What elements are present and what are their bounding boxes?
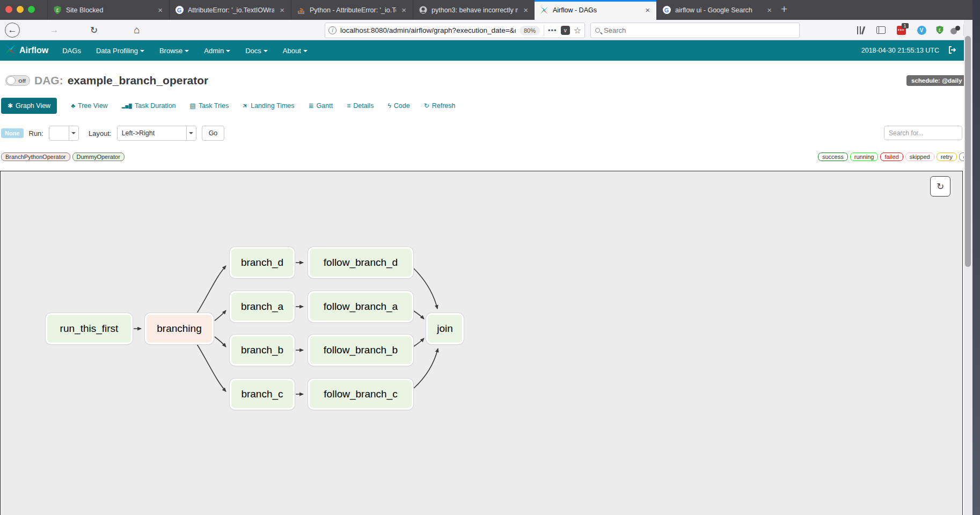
task-node-run_this_first[interactable]: run_this_first: [46, 313, 133, 344]
lastpass-extension-icon[interactable]: •••1: [895, 25, 907, 35]
home-button[interactable]: ⌂: [129, 22, 145, 38]
layout-label: Layout:: [89, 129, 112, 137]
nav-item-docs[interactable]: Docs: [238, 40, 275, 61]
graph-refresh-button[interactable]: ↻: [930, 176, 950, 197]
task-node-branch_d[interactable]: branch_d: [230, 247, 295, 278]
nav-item-browse[interactable]: Browse: [152, 40, 196, 61]
tab-site-blocked[interactable]: £ Site Blocked ×: [47, 0, 169, 20]
search-icon: [595, 28, 600, 33]
run-select[interactable]: [49, 126, 79, 141]
task-node-follow_branch_a[interactable]: follow_branch_a: [308, 291, 413, 322]
back-button[interactable]: ←: [4, 22, 20, 38]
legend-running: running: [850, 153, 879, 161]
edge-branching-branch_a: [215, 310, 226, 321]
tab-title: Site Blocked: [66, 6, 152, 14]
dag-name: example_branch_operator: [68, 74, 209, 87]
extension-badge: 1: [902, 23, 908, 28]
page-actions-icon[interactable]: •••: [548, 26, 557, 34]
brand-label: Airflow: [19, 46, 48, 55]
desktop-edge: [972, 0, 980, 515]
pocket-icon[interactable]: v: [561, 26, 570, 35]
zoom-level-badge[interactable]: 80%: [520, 26, 540, 35]
chevron-down-icon: [69, 126, 78, 140]
go-button[interactable]: Go: [202, 126, 225, 141]
stackoverflow-icon: [297, 6, 305, 14]
view-switcher: ✱ Graph View ♣ Tree View ▂▅█ Task Durati…: [1, 98, 456, 114]
logout-icon[interactable]: [948, 46, 956, 56]
browser-search-input[interactable]: [604, 26, 795, 34]
airflow-icon: [540, 6, 548, 14]
close-tab-icon[interactable]: ×: [279, 5, 286, 14]
code-button[interactable]: ϟ Code: [387, 102, 409, 110]
task-search-input[interactable]: [884, 126, 962, 140]
zoom-window-button[interactable]: [28, 6, 35, 13]
task-node-branching[interactable]: branching: [145, 313, 214, 344]
dag-edges: [1, 171, 963, 515]
url-bar[interactable]: i localhost:8080/admin/airflow/graph?exe…: [325, 23, 585, 38]
page-scrollbar[interactable]: [964, 20, 972, 515]
landing-times-button[interactable]: ✈ Landing Times: [243, 102, 294, 110]
operator-legend: BranchPythonOperator DummyOperator: [1, 153, 125, 161]
new-tab-button[interactable]: +: [781, 3, 787, 16]
bar-chart-icon: ▂▅█: [122, 104, 132, 108]
nav-item-dags[interactable]: DAGs: [55, 40, 89, 61]
ghostery-extension-icon[interactable]: [949, 25, 961, 35]
close-tab-icon[interactable]: ×: [766, 5, 773, 14]
task-tries-button[interactable]: ▤ Task Tries: [190, 102, 229, 110]
tab-google-search[interactable]: G airflow ui - Google Search ×: [656, 0, 778, 20]
site-info-icon[interactable]: i: [328, 26, 337, 34]
forward-button[interactable]: →: [46, 22, 62, 38]
nav-item-admin[interactable]: Admin: [196, 40, 238, 61]
edge-follow_branch_d-join: [414, 269, 437, 309]
details-button[interactable]: ≡ Details: [347, 102, 374, 110]
airflow-brand[interactable]: Airflow: [0, 43, 55, 57]
close-tab-icon[interactable]: ×: [157, 5, 164, 14]
shield-extension-icon[interactable]: £: [934, 25, 946, 35]
nav-item-about[interactable]: About: [275, 40, 315, 61]
status-legend: success running failed skipped retry que…: [818, 153, 980, 161]
legend-failed: failed: [880, 153, 903, 161]
minimize-window-button[interactable]: [17, 6, 24, 13]
task-node-follow_branch_c[interactable]: follow_branch_c: [308, 379, 413, 410]
bookmark-star-icon[interactable]: ☆: [574, 25, 581, 35]
dag-graph-canvas[interactable]: run_this_first branching branch_d follow…: [0, 171, 963, 515]
tab-attributeerror[interactable]: G AttributeError: '_io.TextIOWrapp ×: [169, 0, 291, 20]
gantt-button[interactable]: ≣ Gantt: [309, 102, 333, 110]
task-node-branch_c[interactable]: branch_c: [230, 379, 295, 410]
task-node-follow_branch_d[interactable]: follow_branch_d: [308, 247, 413, 278]
layout-select[interactable]: Left->Right: [117, 126, 196, 141]
schedule-badge: schedule: @daily: [906, 75, 967, 86]
task-node-join[interactable]: join: [426, 313, 464, 344]
scrollbar-thumb[interactable]: [965, 36, 971, 267]
task-node-branch_a[interactable]: branch_a: [230, 291, 295, 322]
graph-view-button[interactable]: ✱ Graph View: [1, 98, 57, 114]
nav-item-data-profiling[interactable]: Data Profiling: [89, 40, 152, 61]
legend-success: success: [818, 153, 848, 161]
sidebar-icon[interactable]: [875, 25, 887, 35]
task-duration-button[interactable]: ▂▅█ Task Duration: [122, 102, 176, 110]
tab-title: python3: behave incorrectly mo: [432, 6, 518, 14]
refresh-button[interactable]: ↻ Refresh: [424, 102, 456, 110]
task-node-follow_branch_b[interactable]: follow_branch_b: [308, 335, 413, 366]
tab-python-attributeerror[interactable]: Python - AttributeError: '_io.Te ×: [291, 0, 413, 20]
dag-pause-toggle[interactable]: Off: [5, 75, 30, 86]
browser-search-bar[interactable]: [590, 23, 800, 38]
edge-branching-branch_c: [197, 344, 226, 391]
task-node-branch_b[interactable]: branch_b: [230, 335, 295, 366]
url-text[interactable]: localhost:8080/admin/airflow/graph?execu…: [340, 26, 516, 34]
close-tab-icon[interactable]: ×: [522, 5, 529, 14]
run-state-badge: None: [1, 128, 24, 138]
toggle-state-label: Off: [18, 78, 26, 84]
library-icon[interactable]: [854, 25, 866, 35]
tab-github-python3[interactable]: python3: behave incorrectly mo ×: [413, 0, 535, 20]
blue-extension-icon[interactable]: V: [916, 25, 927, 35]
close-tab-icon[interactable]: ×: [644, 5, 651, 14]
tab-airflow-dags[interactable]: Airflow - DAGs ×: [535, 0, 656, 20]
close-window-button[interactable]: [5, 6, 12, 13]
edge-follow_branch_a-join: [414, 311, 424, 319]
refresh-icon: ↻: [937, 181, 944, 192]
close-tab-icon[interactable]: ×: [400, 5, 407, 14]
browser-toolbar: ← → ↻ ⌂ i localhost:8080/admin/airflow/g…: [0, 20, 980, 40]
reload-button[interactable]: ↻: [86, 22, 102, 38]
tree-view-button[interactable]: ♣ Tree View: [71, 102, 107, 110]
